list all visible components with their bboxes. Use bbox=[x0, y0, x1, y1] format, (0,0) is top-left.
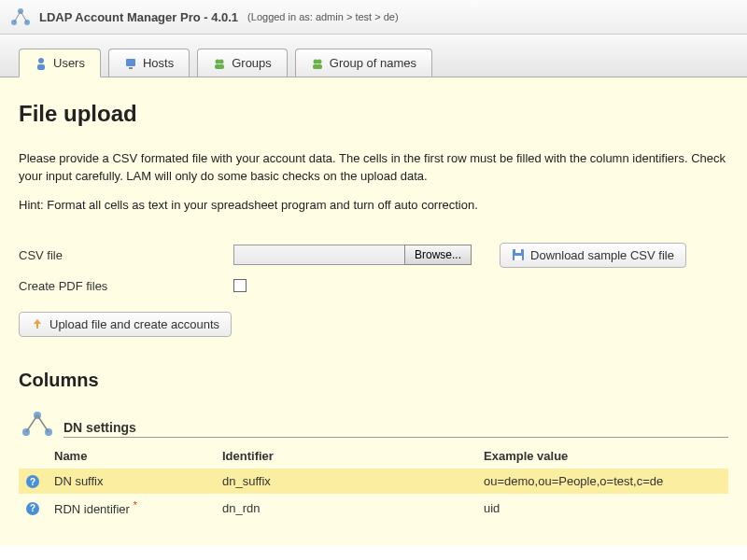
columns-heading: Columns bbox=[19, 370, 728, 391]
svg-rect-8 bbox=[129, 67, 133, 69]
col-identifier: dn_suffix bbox=[215, 469, 476, 495]
tab-label: Users bbox=[53, 56, 85, 70]
help-icon[interactable]: ? bbox=[26, 502, 39, 515]
th-name: Name bbox=[47, 443, 215, 469]
upload-label: Upload file and create accounts bbox=[49, 317, 219, 331]
col-example: ou=demo,ou=People,o=test,c=de bbox=[476, 469, 728, 495]
svg-line-4 bbox=[21, 11, 27, 22]
th-identifier: Identifier bbox=[215, 443, 476, 469]
svg-line-21 bbox=[26, 415, 37, 432]
description-2: Hint: Format all cells as text in your s… bbox=[19, 197, 728, 215]
csv-file-label: CSV file bbox=[19, 248, 233, 262]
columns-table: Name Identifier Example value ? DN suffi… bbox=[19, 443, 728, 523]
tree-icon bbox=[19, 410, 56, 438]
svg-point-5 bbox=[38, 58, 44, 63]
svg-rect-7 bbox=[126, 59, 135, 66]
upload-arrow-icon bbox=[31, 317, 44, 330]
host-icon bbox=[124, 57, 137, 70]
app-title: LDAP Account Manager Pro - 4.0.1 bbox=[39, 10, 238, 24]
tab-label: Hosts bbox=[143, 56, 174, 70]
header-bar: LDAP Account Manager Pro - 4.0.1 (Logged… bbox=[0, 0, 747, 35]
col-identifier: dn_rdn bbox=[215, 494, 476, 522]
svg-rect-11 bbox=[215, 64, 224, 69]
table-row: ? DN suffix dn_suffix ou=demo,ou=People,… bbox=[19, 469, 728, 495]
table-row: ? RDN identifier * dn_rdn uid bbox=[19, 494, 728, 522]
required-mark: * bbox=[134, 499, 137, 511]
tab-hosts[interactable]: Hosts bbox=[108, 49, 190, 77]
tabbar: Users Hosts Groups Group of names bbox=[0, 35, 747, 77]
tab-users[interactable]: Users bbox=[19, 49, 101, 77]
pdf-label: Create PDF files bbox=[19, 279, 233, 293]
dn-section-title: DN settings bbox=[63, 420, 728, 438]
login-info: (Logged in as: admin > test > de) bbox=[247, 11, 398, 22]
svg-rect-16 bbox=[515, 249, 521, 253]
content-area: File upload Please provide a CSV formate… bbox=[0, 77, 747, 545]
svg-rect-17 bbox=[514, 256, 522, 260]
th-example: Example value bbox=[476, 443, 728, 469]
tab-label: Groups bbox=[232, 56, 272, 70]
col-example: uid bbox=[476, 494, 728, 522]
upload-button[interactable]: Upload file and create accounts bbox=[19, 312, 232, 337]
save-icon bbox=[512, 248, 525, 261]
download-sample-button[interactable]: Download sample CSV file bbox=[500, 243, 686, 268]
col-name: RDN identifier * bbox=[47, 494, 215, 522]
group-icon bbox=[213, 57, 226, 70]
create-pdf-checkbox[interactable] bbox=[233, 279, 247, 292]
tab-group-of-names[interactable]: Group of names bbox=[295, 49, 432, 77]
browse-button[interactable]: Browse... bbox=[404, 245, 472, 265]
file-input-display[interactable] bbox=[233, 245, 405, 265]
help-icon[interactable]: ? bbox=[26, 475, 39, 488]
svg-rect-14 bbox=[313, 64, 322, 69]
svg-point-13 bbox=[317, 59, 321, 63]
download-label: Download sample CSV file bbox=[530, 248, 674, 262]
svg-point-10 bbox=[219, 59, 224, 63]
group-icon bbox=[311, 57, 324, 70]
app-logo-icon bbox=[9, 6, 32, 28]
tab-label: Group of names bbox=[330, 56, 416, 70]
svg-line-22 bbox=[37, 415, 49, 432]
page-title: File upload bbox=[19, 101, 728, 127]
col-name: DN suffix bbox=[47, 469, 215, 495]
columns-header-row: Name Identifier Example value bbox=[19, 443, 728, 469]
dn-section-header: DN settings bbox=[19, 410, 728, 438]
description-1: Please provide a CSV formated file with … bbox=[19, 150, 728, 186]
tab-groups[interactable]: Groups bbox=[197, 49, 288, 77]
csv-file-row: CSV file Browse... Download sample CSV f… bbox=[19, 243, 728, 268]
user-icon bbox=[35, 57, 48, 70]
pdf-row: Create PDF files bbox=[19, 279, 728, 293]
svg-rect-6 bbox=[37, 64, 45, 70]
svg-line-3 bbox=[14, 11, 21, 22]
